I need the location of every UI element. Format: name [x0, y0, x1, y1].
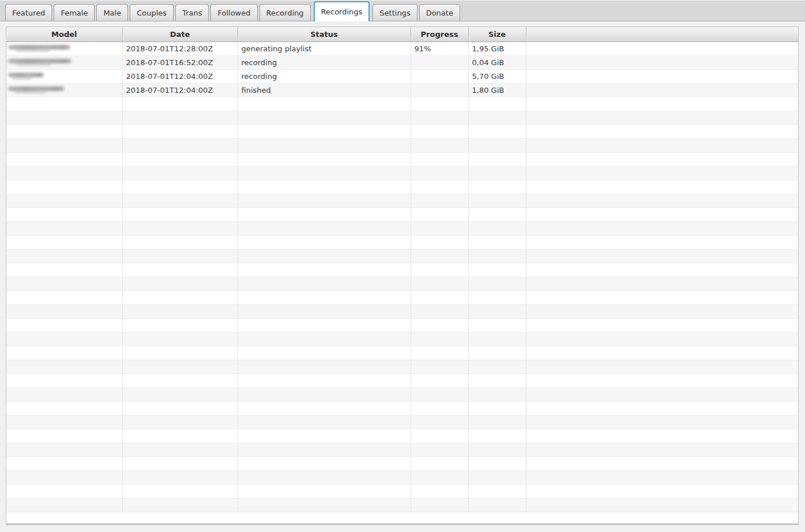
tab-couples[interactable]: Couples: [130, 4, 174, 21]
cell-spacer: [526, 41, 798, 55]
cell-empty: [526, 207, 798, 221]
cell-empty: [238, 318, 411, 332]
table-row-empty[interactable]: [6, 263, 798, 277]
tab-featured[interactable]: Featured: [5, 4, 52, 21]
cell-empty: [238, 263, 411, 277]
cell-empty: [468, 138, 526, 152]
table-row-empty[interactable]: [6, 498, 798, 512]
table-row-empty[interactable]: [6, 332, 798, 346]
column-header-model[interactable]: Model: [6, 27, 122, 41]
cell-empty: [411, 138, 468, 152]
table-row-empty[interactable]: [6, 429, 798, 443]
cell-empty: [6, 498, 122, 512]
cell-empty: [526, 166, 798, 180]
table-row-empty[interactable]: [6, 249, 798, 263]
cell-empty: [468, 249, 526, 263]
tab-female[interactable]: Female: [54, 4, 95, 21]
cell-empty: [526, 470, 798, 484]
cell-empty: [411, 401, 468, 415]
table-row-empty[interactable]: [6, 456, 798, 470]
cell-empty: [468, 387, 526, 401]
cell-empty: [6, 401, 122, 415]
cell-empty: [468, 194, 526, 207]
table-row-empty[interactable]: [6, 97, 798, 111]
cell-empty: [122, 401, 238, 415]
cell-spacer: [526, 69, 798, 83]
cell-empty: [411, 235, 468, 249]
table-row-empty[interactable]: [6, 290, 798, 304]
column-header-progress[interactable]: Progress: [411, 27, 468, 41]
table-row-empty[interactable]: [6, 207, 798, 221]
table-row-empty[interactable]: [6, 373, 798, 387]
cell-empty: [468, 456, 526, 470]
cell-empty: [526, 277, 798, 290]
cell-empty: [411, 360, 468, 373]
table-row-empty[interactable]: [6, 138, 798, 152]
cell-empty: [411, 277, 468, 290]
cell-size: 1,95 GiB: [468, 41, 526, 55]
cell-empty: [6, 249, 122, 263]
cell-empty: [6, 332, 122, 346]
cell-empty: [238, 443, 411, 456]
table-row-empty[interactable]: [6, 152, 798, 166]
cell-empty: [6, 443, 122, 456]
table-row[interactable]: 2018-07-01T12:04:00Zfinished1,80 GiB: [6, 83, 798, 97]
column-header-status[interactable]: Status: [238, 27, 411, 41]
cell-empty: [122, 498, 238, 512]
tab-trans[interactable]: Trans: [175, 4, 209, 21]
tab-recording[interactable]: Recording: [259, 4, 311, 21]
table-row-empty[interactable]: [6, 124, 798, 138]
table-row-empty[interactable]: [6, 484, 798, 498]
table-row-empty[interactable]: [6, 194, 798, 207]
cell-empty: [468, 346, 526, 360]
cell-empty: [122, 429, 238, 443]
table-row-empty[interactable]: [6, 318, 798, 332]
cell-empty: [411, 207, 468, 221]
cell-empty: [238, 152, 411, 166]
cell-empty: [468, 373, 526, 387]
cell-empty: [526, 180, 798, 194]
cell-empty: [122, 138, 238, 152]
cell-empty: [6, 111, 122, 124]
tab-male[interactable]: Male: [96, 4, 128, 21]
table-row-empty[interactable]: [6, 401, 798, 415]
cell-empty: [238, 332, 411, 346]
table-row-empty[interactable]: [6, 221, 798, 235]
cell-empty: [526, 443, 798, 456]
cell-empty: [6, 166, 122, 180]
table-row-empty[interactable]: [6, 180, 798, 194]
cell-empty: [6, 373, 122, 387]
table-row-empty[interactable]: [6, 304, 798, 318]
tab-settings[interactable]: Settings: [373, 4, 417, 21]
table-row-empty[interactable]: [6, 235, 798, 249]
table-row[interactable]: 2018-07-01T12:28:00Zgenerating playlist9…: [6, 41, 798, 55]
table-row-empty[interactable]: [6, 470, 798, 484]
cell-empty: [238, 290, 411, 304]
table-row-empty[interactable]: [6, 360, 798, 373]
table-row[interactable]: 2018-07-01T16:52:00Zrecording0,04 GiB: [6, 55, 798, 69]
cell-empty: [526, 249, 798, 263]
cell-empty: [526, 235, 798, 249]
table-row-empty[interactable]: [6, 111, 798, 124]
cell-empty: [122, 318, 238, 332]
table-row-empty[interactable]: [6, 387, 798, 401]
table-row[interactable]: 2018-07-01T12:04:00Zrecording5,70 GiB: [6, 69, 798, 83]
cell-empty: [468, 498, 526, 512]
cell-empty: [468, 360, 526, 373]
cell-empty: [6, 360, 122, 373]
table-row-empty[interactable]: [6, 277, 798, 290]
column-header-date[interactable]: Date: [122, 27, 238, 41]
table-row-empty[interactable]: [6, 166, 798, 180]
table-header-row: ModelDateStatusProgressSize: [6, 27, 798, 41]
table-row-empty[interactable]: [6, 443, 798, 456]
cell-empty: [6, 304, 122, 318]
cell-empty: [411, 180, 468, 194]
cell-empty: [411, 387, 468, 401]
column-header-size[interactable]: Size: [468, 27, 526, 41]
tab-recordings[interactable]: Recordings: [314, 1, 370, 21]
column-header-spacer[interactable]: [526, 27, 798, 41]
tab-followed[interactable]: Followed: [210, 4, 257, 21]
tab-donate[interactable]: Donate: [419, 4, 460, 21]
table-row-empty[interactable]: [6, 415, 798, 429]
table-row-empty[interactable]: [6, 346, 798, 360]
